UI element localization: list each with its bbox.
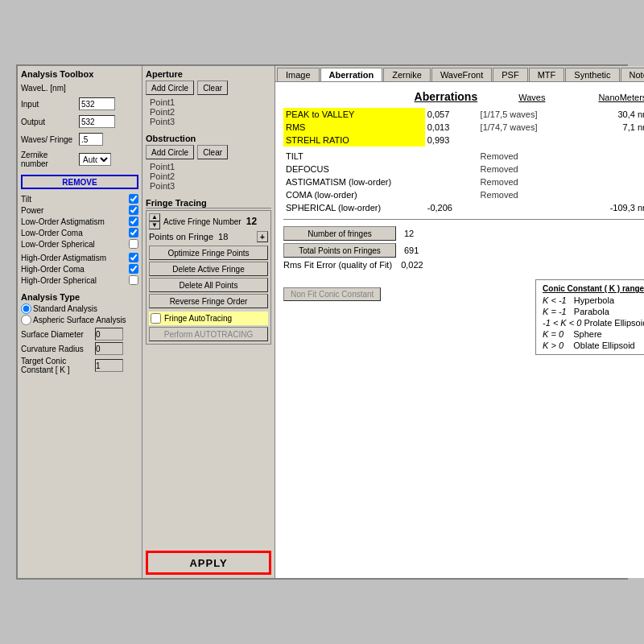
remove-button[interactable]: REMOVE — [21, 175, 138, 189]
perform-autotracing-button[interactable]: Perform AUTOTRACING — [149, 327, 268, 341]
high-astig-checkbox[interactable] — [129, 253, 138, 262]
input-field[interactable] — [79, 97, 115, 110]
tilt-row-desc: Removed — [478, 150, 584, 163]
peak-valley-nm: 30,4 nm. — [584, 108, 644, 121]
tab-psf[interactable]: PSF — [493, 68, 527, 81]
curvature-radius-field[interactable] — [95, 342, 123, 355]
total-points-button[interactable]: Total Points on Fringes — [283, 243, 396, 258]
aperture-title: Aperture — [146, 69, 271, 79]
nanometers-col-header: NanoMeters — [570, 93, 644, 102]
tab-zernike[interactable]: Zernike — [383, 68, 431, 81]
rms-fit-value: 0,022 — [401, 260, 423, 270]
tab-mtf[interactable]: MTF — [529, 68, 565, 81]
target-conic-label: Target Conic Constant [ K ] — [21, 357, 93, 374]
zernike-label: Zernike number — [21, 151, 77, 168]
spherical-nm: -109,3 nm. — [584, 201, 644, 214]
obstruction-title: Obstruction — [146, 134, 271, 143]
points-on-fringe-label: Points on Fringe — [149, 232, 213, 242]
astig-label: ASTIGMATISM (low-order) — [283, 175, 425, 188]
strehl-nm — [584, 134, 644, 147]
active-fringe-label: Active Fringe Number — [163, 217, 242, 226]
high-coma-checkbox[interactable] — [129, 264, 138, 274]
standard-analysis-label: Standard Analysis — [33, 304, 97, 313]
low-spherical-checkbox[interactable] — [129, 239, 138, 249]
strehl-label: STREHL RATIO — [283, 134, 425, 147]
number-of-fringes-value: 12 — [404, 229, 414, 238]
obs-point3: Point3 — [150, 181, 271, 191]
reverse-fringe-button[interactable]: Reverse Fringe Order — [149, 294, 268, 308]
total-points-value: 691 — [404, 246, 419, 255]
analysis-toolbox-title: Analysis Toolbox — [21, 69, 138, 79]
high-astig-label: High-Order Astigmatism — [21, 254, 127, 262]
tab-image[interactable]: Image — [277, 68, 320, 81]
obs-clear-button[interactable]: Clear — [197, 145, 228, 159]
fit-conic-button[interactable]: Non Fit Conic Constant — [283, 287, 381, 301]
aperture-point1: Point1 — [150, 97, 271, 107]
tilt-row-value — [425, 150, 478, 163]
aspheric-analysis-radio[interactable] — [21, 315, 31, 325]
clear-button[interactable]: Clear — [197, 80, 228, 95]
fringe-tracing-title: Fringe Tracing — [146, 198, 271, 208]
low-coma-checkbox[interactable] — [129, 228, 138, 237]
defocus-nm — [584, 163, 644, 175]
table-row: PEAK to VALLEY 0,057 [1/17,5 waves] 30,4… — [283, 108, 644, 121]
optimize-fringe-button[interactable]: Optimize Fringe Points — [149, 246, 268, 260]
high-spherical-checkbox[interactable] — [129, 275, 138, 285]
tilt-row-label: TILT — [283, 150, 425, 163]
active-fringe-value: 12 — [246, 216, 257, 227]
tab-wavefront[interactable]: WaveFront — [431, 68, 492, 81]
plus-button[interactable]: + — [257, 231, 268, 242]
tab-aberration[interactable]: Aberration — [320, 68, 383, 81]
coma-value — [425, 188, 478, 201]
output-field[interactable] — [79, 115, 115, 128]
tabs-bar: Image Aberration Zernike WaveFront PSF M… — [275, 66, 644, 82]
peak-valley-label: PEAK to VALLEY — [283, 108, 425, 121]
tab-content-aberration: Aberrations Waves NanoMeters PEAK to VAL… — [275, 82, 644, 578]
table-row: TILT Removed — [283, 150, 644, 163]
apply-button[interactable]: APPLY — [146, 551, 271, 575]
delete-all-button[interactable]: Delete All Points — [149, 278, 268, 292]
power-checkbox[interactable] — [129, 205, 138, 215]
defocus-label: DEFOCUS — [283, 163, 425, 175]
spherical-value: -0,206 — [425, 201, 478, 214]
autotracing-checkbox[interactable] — [151, 313, 161, 324]
conic-entry-2: K = -1 Parabola — [543, 307, 644, 316]
fringe-down-arrow[interactable]: ▼ — [149, 221, 160, 229]
analysis-type-title: Analysis Type — [21, 292, 138, 302]
fringe-up-arrow[interactable]: ▲ — [149, 213, 160, 221]
input-label: Input — [21, 100, 77, 109]
high-coma-label: High-Order Coma — [21, 265, 127, 274]
obs-add-circle-button[interactable]: Add Circle — [146, 145, 194, 159]
peak-valley-value: 0,057 — [425, 108, 478, 121]
waves-fringe-field[interactable] — [79, 133, 103, 146]
table-row: COMA (low-order) Removed — [283, 188, 644, 201]
zernike-select[interactable]: Auto — [79, 153, 111, 166]
astig-nm — [584, 175, 644, 188]
output-label: Output — [21, 118, 77, 126]
low-astig-checkbox[interactable] — [129, 217, 138, 226]
middle-panel: Aperture Add Circle Clear Point1 Point2 … — [142, 66, 275, 578]
defocus-desc: Removed — [478, 163, 584, 175]
tilt-checkbox[interactable] — [129, 194, 138, 204]
add-circle-button[interactable]: Add Circle — [146, 80, 194, 95]
tab-synthetic[interactable]: Synthetic — [565, 68, 619, 81]
coma-nm — [584, 188, 644, 201]
surface-diameter-field[interactable] — [95, 328, 123, 341]
conic-entry-4: K = 0 Sphere — [543, 329, 644, 339]
conic-entry-5: K > 0 Oblate Ellipsoid — [543, 341, 644, 350]
right-panel: Image Aberration Zernike WaveFront PSF M… — [275, 66, 644, 578]
astig-value — [425, 175, 478, 188]
obs-point2: Point2 — [150, 171, 271, 181]
waves-col-header: Waves — [493, 93, 570, 102]
tab-notes[interactable]: Notes — [621, 68, 644, 81]
target-conic-field[interactable] — [95, 359, 123, 372]
curvature-radius-label: Curvature Radius — [21, 345, 93, 353]
power-label: Power — [21, 206, 127, 215]
strehl-value: 0,993 — [425, 134, 478, 147]
coma-desc: Removed — [478, 188, 584, 201]
tilt-row-nm — [584, 150, 644, 163]
delete-active-button[interactable]: Delete Active Fringe — [149, 262, 268, 276]
astig-desc: Removed — [478, 175, 584, 188]
number-of-fringes-button[interactable]: Number of fringes — [283, 226, 396, 241]
standard-analysis-radio[interactable] — [21, 303, 31, 314]
